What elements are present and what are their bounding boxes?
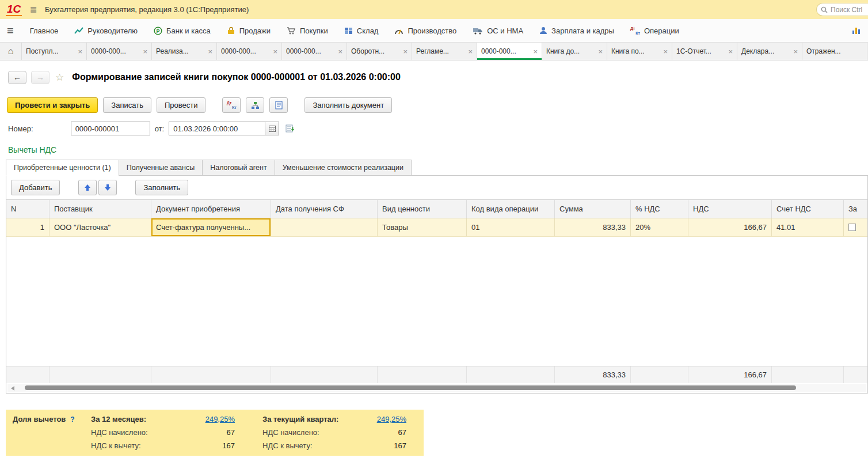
post-and-close-button[interactable]: Провести и закрыть xyxy=(7,97,98,113)
close-icon[interactable]: × xyxy=(533,47,538,56)
tab-kniga-pokupok[interactable]: Книга по...× xyxy=(607,43,672,60)
subtab-sales-cost-reduction[interactable]: Уменьшение стоимости реализации xyxy=(275,160,412,176)
bar-chart-icon[interactable] xyxy=(852,27,861,35)
tab-realizaciya[interactable]: Реализа...× xyxy=(152,43,217,60)
column-header-op-code[interactable]: Код вида операции xyxy=(467,200,555,218)
tab-document-active[interactable]: 0000-000...× xyxy=(477,43,542,60)
close-icon[interactable]: × xyxy=(338,47,342,56)
close-icon[interactable]: × xyxy=(728,47,733,56)
subtab-tax-agent[interactable]: Налоговый агент xyxy=(202,160,275,176)
document-structure-button[interactable] xyxy=(246,97,264,113)
date-field[interactable]: 01.03.2026 0:00:00 xyxy=(169,122,279,135)
menu-item-rukovoditelyu[interactable]: Руководителю xyxy=(74,27,138,35)
column-header-amount[interactable]: Сумма xyxy=(555,200,631,218)
menu-item-proizvodstvo[interactable]: Производство xyxy=(394,27,456,35)
column-header-supplier[interactable]: Поставщик xyxy=(50,200,151,218)
window-titlebar: 1С ≡ Бухгалтерия предприятия, редакция 3… xyxy=(0,0,868,19)
cell-amount[interactable]: 833,33 xyxy=(555,218,631,236)
number-field[interactable]: 0000-000001 xyxy=(71,122,150,135)
tab-document-3[interactable]: 0000-000...× xyxy=(282,43,347,60)
close-icon[interactable]: × xyxy=(208,47,212,56)
menu-item-bank-i-kassa[interactable]: Р Банк и касса xyxy=(154,27,211,35)
menu-item-prodazhi[interactable]: Продажи xyxy=(227,27,271,35)
move-down-button[interactable] xyxy=(98,180,117,195)
column-header-vat-rate[interactable]: % НДС xyxy=(631,200,688,218)
cell-op-code[interactable]: 01 xyxy=(467,218,555,236)
tab-otrazhenie[interactable]: Отражен... xyxy=(802,43,867,60)
menu-item-os-i-nma[interactable]: ОС и НМА xyxy=(473,27,523,35)
back-button[interactable]: ← xyxy=(8,71,26,84)
cell-value-type[interactable]: Товары xyxy=(378,218,467,236)
close-icon[interactable]: × xyxy=(273,47,277,56)
close-icon[interactable]: × xyxy=(793,47,798,56)
row-checkbox[interactable] xyxy=(848,224,856,231)
column-header-value-type[interactable]: Вид ценности xyxy=(378,200,467,218)
sections-menu-icon[interactable]: ≡ xyxy=(7,25,14,36)
help-icon[interactable]: ? xyxy=(70,415,74,423)
column-header-n[interactable]: N xyxy=(6,200,50,218)
menu-item-sklad[interactable]: Склад xyxy=(344,27,379,35)
dt-kt-icon: Дт Кт xyxy=(630,27,640,35)
tab-postuplenie[interactable]: Поступл...× xyxy=(22,43,87,60)
add-row-button[interactable]: Добавить xyxy=(11,180,60,195)
cell-supplier[interactable]: ООО "Ласточка" xyxy=(50,218,151,236)
arrow-down-icon xyxy=(104,184,111,191)
close-icon[interactable]: × xyxy=(143,47,147,56)
tab-document-2[interactable]: 0000-000...× xyxy=(217,43,282,60)
close-icon[interactable]: × xyxy=(663,47,668,56)
close-icon[interactable]: × xyxy=(403,47,408,56)
horizontal-scrollbar[interactable] xyxy=(7,384,866,392)
1c-logo-icon[interactable]: 1С xyxy=(6,3,22,16)
ruble-coin-icon: Р xyxy=(154,27,162,35)
menu-item-operacii[interactable]: Дт Кт Операции xyxy=(630,27,679,35)
tab-reglament[interactable]: Регламе...× xyxy=(412,43,477,60)
forward-button[interactable]: → xyxy=(31,71,50,84)
table-row[interactable]: 1 ООО "Ласточка" Счет-фактура полученны.… xyxy=(6,218,867,237)
close-icon[interactable]: × xyxy=(598,47,603,56)
tab-document-1[interactable]: 0000-000...× xyxy=(87,43,152,60)
column-header-sf-date[interactable]: Дата получения СФ xyxy=(271,200,378,218)
close-icon[interactable]: × xyxy=(468,47,473,56)
scroll-left-icon[interactable] xyxy=(11,386,14,391)
subtab-received-advances[interactable]: Полученные авансы xyxy=(119,160,202,176)
grid-empty-area[interactable] xyxy=(6,237,867,366)
column-header-vat-account[interactable]: Счет НДС xyxy=(772,200,844,218)
show-postings-button[interactable]: Дт Кт xyxy=(222,97,241,113)
column-header-document[interactable]: Документ приобретения xyxy=(151,200,271,218)
cell-extra[interactable] xyxy=(844,218,867,236)
calendar-button[interactable] xyxy=(265,122,279,135)
cell-row-number[interactable]: 1 xyxy=(6,218,50,236)
menu-item-pokupki[interactable]: Покупки xyxy=(287,27,328,35)
tab-deklaraciya[interactable]: Деклара...× xyxy=(737,43,802,60)
cell-vat-rate[interactable]: 20% xyxy=(631,218,688,236)
menu-label: Покупки xyxy=(300,27,328,35)
share-quarter-link[interactable]: 249,25% xyxy=(353,415,406,423)
close-icon[interactable]: × xyxy=(78,47,82,56)
home-tab[interactable]: ⌂ xyxy=(0,43,22,60)
main-menu-icon[interactable]: ≡ xyxy=(30,4,37,16)
favorite-star-icon[interactable]: ☆ xyxy=(55,71,64,84)
tab-1c-otchetnost[interactable]: 1С-Отчет...× xyxy=(672,43,737,60)
cell-vat-account[interactable]: 41.01 xyxy=(772,218,844,236)
column-header-extra[interactable]: За xyxy=(844,200,867,218)
scrollbar-thumb[interactable] xyxy=(25,385,796,390)
tab-kniga-dohodov[interactable]: Книга до...× xyxy=(542,43,607,60)
report-button[interactable] xyxy=(269,97,288,113)
save-button[interactable]: Записать xyxy=(103,97,151,113)
cell-document-selected[interactable]: Счет-фактура полученны... xyxy=(151,218,271,236)
cell-sf-date[interactable] xyxy=(271,218,378,236)
move-up-button[interactable] xyxy=(78,180,97,195)
column-header-vat[interactable]: НДС xyxy=(688,200,772,218)
cell-vat[interactable]: 166,67 xyxy=(688,218,772,236)
fill-document-button[interactable]: Заполнить документ xyxy=(304,97,392,113)
tab-oborotka[interactable]: Оборотн...× xyxy=(347,43,412,60)
post-button[interactable]: Провести xyxy=(157,97,206,113)
fill-table-button[interactable]: Заполнить xyxy=(135,180,188,195)
menu-item-glavnoe[interactable]: Главное xyxy=(30,27,59,35)
subtab-acquired-values[interactable]: Приобретенные ценности (1) xyxy=(6,160,119,176)
menu-item-zarplata-i-kadry[interactable]: Зарплата и кадры xyxy=(539,27,614,35)
global-search-input[interactable]: Поиск Ctrl xyxy=(816,3,868,16)
fill-from-list-button[interactable] xyxy=(284,122,298,135)
share-12m-link[interactable]: 249,25% xyxy=(182,415,235,423)
tab-label: Реализа... xyxy=(156,47,205,55)
